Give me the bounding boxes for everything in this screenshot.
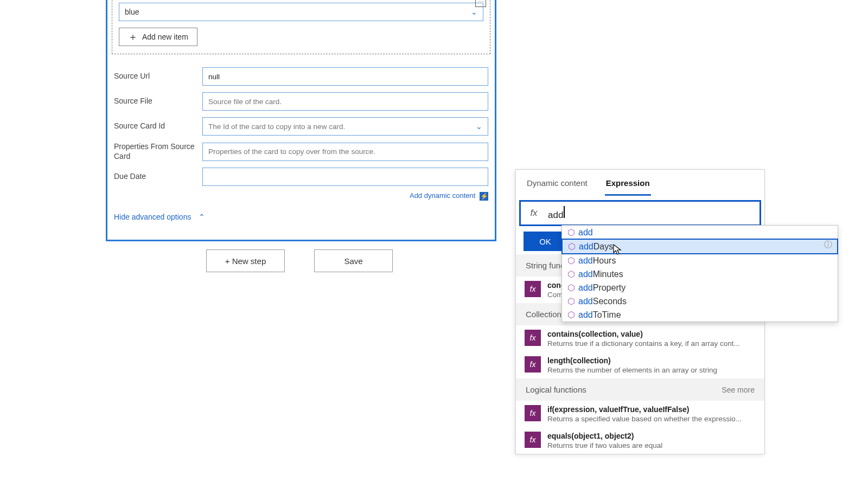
tab-expression[interactable]: Expression <box>605 173 651 196</box>
dynamic-content-icon: ⚡ <box>480 192 488 201</box>
bottom-button-bar: + New step Save <box>206 249 393 272</box>
hex-icon: ⬡ <box>567 310 575 320</box>
info-icon[interactable]: ⓘ <box>824 240 832 250</box>
autocomplete-item[interactable]: ⬡addMinutes <box>562 267 838 281</box>
fx-badge-icon: fx <box>525 432 541 448</box>
mouse-cursor-icon <box>613 244 622 256</box>
new-step-button[interactable]: + New step <box>206 249 285 272</box>
due-date-input[interactable] <box>202 168 488 186</box>
properties-input[interactable]: Properties of the card to copy over from… <box>202 143 488 161</box>
add-new-item-label: Add new item <box>142 33 188 41</box>
text-caret <box>564 206 565 218</box>
label-ids-value: blue <box>125 8 139 16</box>
plus-icon: ＋ <box>128 32 138 42</box>
function-item[interactable]: fx equals(object1, object2) Returns true… <box>516 427 764 454</box>
autocomplete-item[interactable]: ⬡addDays <box>561 239 838 254</box>
function-item[interactable]: fx if(expression, valueIfTrue, valueIfFa… <box>516 401 764 427</box>
tab-dynamic-content[interactable]: Dynamic content <box>526 173 589 196</box>
expression-input-wrap: fx add <box>519 200 761 226</box>
add-dynamic-content-link[interactable]: Add dynamic content ⚡ <box>107 189 495 206</box>
hex-icon: ⬡ <box>567 269 575 279</box>
source-card-id-dropdown[interactable]: The Id of the card to copy into a new ca… <box>202 117 488 136</box>
hex-icon: ⬡ <box>567 227 575 237</box>
chevron-down-icon: ⌄ <box>476 122 482 131</box>
autocomplete-item[interactable]: ⬡addHours <box>562 254 838 267</box>
fx-badge-icon: fx <box>525 330 541 346</box>
due-date-label: Due Date <box>114 172 198 182</box>
source-file-label: Source File <box>114 97 198 106</box>
fx-badge-icon: fx <box>525 281 541 297</box>
chevron-down-icon: ⌄ <box>471 8 477 16</box>
fx-badge-icon: fx <box>525 356 541 373</box>
hex-icon: ⬡ <box>567 282 575 293</box>
autocomplete-dropdown: ⬡add ⬡addDays⬡addHours⬡addMinutes⬡addPro… <box>561 225 838 322</box>
action-card: ⋯ Label Ids Item - 1 blue ⌄ ＋ Add new it… <box>106 0 496 241</box>
chevron-up-icon: ⌃ <box>199 213 205 221</box>
add-new-item-button[interactable]: ＋ Add new item <box>119 28 197 46</box>
function-item[interactable]: fx contains(collection, value) Returns t… <box>516 325 764 352</box>
autocomplete-item[interactable]: ⬡add <box>562 226 838 239</box>
ok-button[interactable]: OK <box>524 232 567 251</box>
autocomplete-item[interactable]: ⬡addToTime <box>562 308 838 322</box>
fx-icon: fx <box>524 202 544 224</box>
autocomplete-item[interactable]: ⬡addProperty <box>562 281 838 294</box>
hide-advanced-options-link[interactable]: Hide advanced options ⌃ <box>107 206 495 223</box>
hex-icon: ⬡ <box>567 296 575 306</box>
see-more-link[interactable]: See more <box>722 386 755 394</box>
card-options-icon[interactable]: ⋯ <box>475 0 486 7</box>
fx-badge-icon: fx <box>525 405 541 421</box>
source-url-input[interactable]: null <box>202 67 488 86</box>
category-logical-functions: Logical functions See more <box>516 378 764 401</box>
hex-icon: ⬡ <box>568 241 576 252</box>
popup-tabs: Dynamic content Expression <box>516 170 764 196</box>
save-button[interactable]: Save <box>314 249 393 272</box>
source-file-input[interactable]: Source file of the card. <box>202 92 488 111</box>
expression-input[interactable]: add <box>544 206 760 221</box>
label-ids-section: Label Ids Item - 1 blue ⌄ ＋ Add new item <box>112 0 490 54</box>
hex-icon: ⬡ <box>567 255 575 266</box>
properties-label: Properties From Source Card <box>114 142 198 161</box>
source-card-id-label: Source Card Id <box>114 121 198 131</box>
autocomplete-item[interactable]: ⬡addSeconds <box>562 294 838 308</box>
source-url-label: Source Url <box>114 72 198 81</box>
function-item[interactable]: fx length(collection) Returns the number… <box>516 352 764 378</box>
label-ids-dropdown[interactable]: blue ⌄ <box>119 3 483 21</box>
